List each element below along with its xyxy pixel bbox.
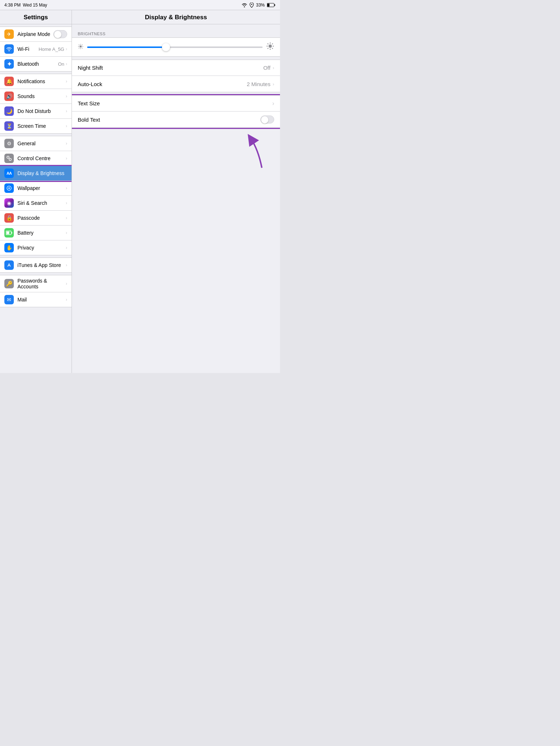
status-date: Wed 15 May xyxy=(23,3,47,8)
sidebar-item-battery[interactable]: Battery › xyxy=(0,226,72,240)
dnd-icon: 🌙 xyxy=(4,106,14,116)
svg-line-22 xyxy=(82,48,82,48)
sounds-chevron: › xyxy=(66,94,67,99)
sidebar-item-privacy[interactable]: ✋ Privacy › xyxy=(0,240,72,255)
status-time: 4:38 PM xyxy=(4,3,21,8)
main-layout: Settings ✈ Airplane Mode xyxy=(0,10,280,373)
wallpaper-symbol xyxy=(6,185,12,191)
wifi-symbol xyxy=(6,47,12,51)
night-shift-value: Off xyxy=(263,65,271,71)
text-size-row[interactable]: Text Size › xyxy=(72,96,280,112)
battery-chevron: › xyxy=(66,230,67,235)
mail-icon: ✉ xyxy=(4,295,14,304)
wallpaper-label: Wallpaper xyxy=(17,185,66,191)
control-centre-icon xyxy=(4,154,14,163)
itunes-chevron: › xyxy=(66,263,67,268)
sidebar-item-siri-search[interactable]: ◉ Siri & Search › xyxy=(0,196,72,211)
status-left: 4:38 PM Wed 15 May xyxy=(4,3,47,8)
purple-arrow-svg xyxy=(229,128,273,171)
sidebar: Settings ✈ Airplane Mode xyxy=(0,10,72,373)
mail-label: Mail xyxy=(17,297,66,303)
bluetooth-value: On xyxy=(58,61,64,67)
sidebar-item-mail[interactable]: ✉ Mail › xyxy=(0,292,72,307)
wifi-icon xyxy=(242,3,247,7)
svg-point-5 xyxy=(7,156,9,158)
notifications-label: Notifications xyxy=(17,78,66,84)
control-centre-symbol xyxy=(6,155,12,161)
brightness-slider-thumb[interactable] xyxy=(162,43,170,51)
control-centre-label: Control Centre xyxy=(17,155,66,161)
airplane-mode-toggle[interactable] xyxy=(53,30,67,38)
brightness-control xyxy=(72,37,280,57)
sidebar-item-itunes[interactable]: iTunes & App Store › xyxy=(0,258,72,272)
text-size-label: Text Size xyxy=(78,100,272,106)
svg-rect-3 xyxy=(275,4,275,6)
dnd-chevron: › xyxy=(66,109,67,114)
sidebar-item-wallpaper[interactable]: Wallpaper › xyxy=(0,181,72,196)
display-brightness-label: Display & Brightness xyxy=(17,170,67,176)
airplane-mode-icon: ✈ xyxy=(4,29,14,39)
sidebar-item-bluetooth[interactable]: ✦ Bluetooth On › xyxy=(0,57,72,71)
display-brightness-icon: AA xyxy=(4,169,14,178)
wallpaper-icon xyxy=(4,183,14,193)
siri-label: Siri & Search xyxy=(17,200,66,206)
brightness-slider-track[interactable] xyxy=(87,46,263,48)
svg-point-6 xyxy=(9,158,11,161)
bluetooth-icon: ✦ xyxy=(4,59,14,69)
sidebar-item-general[interactable]: ⚙ General › xyxy=(0,136,72,151)
text-group: Text Size › Bold Text xyxy=(72,95,280,128)
dnd-label: Do Not Disturb xyxy=(17,108,66,114)
auto-lock-row[interactable]: Auto-Lock 2 Minutes › xyxy=(72,76,280,92)
svg-rect-14 xyxy=(7,232,9,234)
sidebar-item-screen-time[interactable]: ⏳ Screen Time › xyxy=(0,119,72,133)
sidebar-item-notifications[interactable]: 🔔 Notifications › xyxy=(0,74,72,89)
screen-time-label: Screen Time xyxy=(17,123,66,129)
bold-text-toggle[interactable] xyxy=(260,115,274,123)
text-size-chevron: › xyxy=(272,100,274,107)
brightness-low-icon xyxy=(78,44,84,50)
sidebar-spacer-end xyxy=(0,307,72,309)
sidebar-item-sounds[interactable]: 🔊 Sounds › xyxy=(0,89,72,104)
itunes-label: iTunes & App Store xyxy=(17,262,66,268)
passwords-label: Passwords & Accounts xyxy=(17,278,66,289)
privacy-icon: ✋ xyxy=(4,243,14,252)
siri-chevron: › xyxy=(66,200,67,206)
svg-point-8 xyxy=(8,187,10,189)
battery-icon xyxy=(267,3,276,7)
night-shift-row[interactable]: Night Shift Off › xyxy=(72,60,280,76)
svg-line-24 xyxy=(82,45,82,45)
auto-lock-value: 2 Minutes xyxy=(247,81,271,87)
auto-lock-chevron: › xyxy=(273,81,274,87)
svg-line-23 xyxy=(79,48,79,48)
general-icon: ⚙ xyxy=(4,139,14,148)
screen-time-icon: ⏳ xyxy=(4,121,14,131)
bluetooth-chevron: › xyxy=(66,61,67,66)
location-icon xyxy=(249,3,254,8)
sounds-label: Sounds xyxy=(17,93,66,99)
battery-symbol xyxy=(6,231,12,235)
battery-text: 33% xyxy=(256,3,265,8)
svg-point-16 xyxy=(80,45,82,48)
app-container: 4:38 PM Wed 15 May 33% xyxy=(0,0,280,373)
siri-icon: ◉ xyxy=(4,198,14,208)
svg-point-4 xyxy=(9,50,10,51)
sidebar-item-control-centre[interactable]: Control Centre › xyxy=(0,151,72,166)
status-right: 33% xyxy=(242,3,276,8)
svg-rect-2 xyxy=(267,4,269,7)
sidebar-item-dnd[interactable]: 🌙 Do Not Disturb › xyxy=(0,104,72,119)
brightness-section-label: BRIGHTNESS xyxy=(72,27,280,37)
sidebar-item-passcode[interactable]: 🔒 Passcode › xyxy=(0,211,72,226)
sidebar-item-airplane-mode[interactable]: ✈ Airplane Mode xyxy=(0,27,72,42)
sidebar-group-accounts: 🔑 Passwords & Accounts › ✉ Mail › xyxy=(0,275,72,307)
passcode-chevron: › xyxy=(66,215,67,220)
sidebar-item-passwords[interactable]: 🔑 Passwords & Accounts › xyxy=(0,275,72,292)
sidebar-item-display-brightness[interactable]: AA Display & Brightness xyxy=(0,166,72,181)
svg-line-21 xyxy=(79,45,79,45)
wifi-value: Home A_5G xyxy=(38,46,64,52)
privacy-chevron: › xyxy=(66,245,67,250)
wifi-chevron: › xyxy=(66,46,67,52)
notifications-chevron: › xyxy=(66,79,67,84)
sidebar-item-wifi[interactable]: Wi-Fi Home A_5G › xyxy=(0,42,72,57)
bold-text-label: Bold Text xyxy=(78,117,260,123)
sidebar-group-store: iTunes & App Store › xyxy=(0,258,72,273)
